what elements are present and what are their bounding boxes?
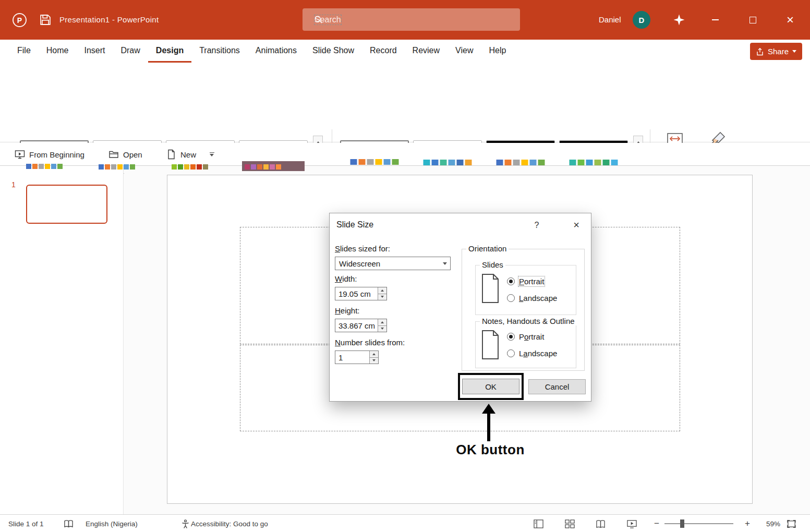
color-swatch: [424, 160, 430, 165]
ok-button[interactable]: OK: [462, 379, 519, 394]
zoom-in-button[interactable]: +: [741, 517, 754, 530]
account-name[interactable]: Daniel: [599, 15, 621, 24]
width-increment-button[interactable]: [378, 287, 386, 294]
number-increment-button[interactable]: [370, 351, 378, 357]
quick-access-overflow-button[interactable]: [210, 143, 214, 166]
color-swatch: [497, 160, 503, 165]
slide-thumbnail[interactable]: [26, 185, 107, 224]
normal-view-button[interactable]: [531, 517, 545, 530]
color-swatch: [578, 160, 585, 165]
height-decrement-button[interactable]: [378, 325, 386, 332]
reading-view-button[interactable]: [594, 517, 607, 530]
slides-portrait-label[interactable]: Portrait: [519, 277, 544, 286]
menu-tab-record[interactable]: Record: [362, 40, 405, 63]
width-decrement-button[interactable]: [378, 294, 386, 300]
slide-counter[interactable]: Slide 1 of 1: [8, 515, 44, 532]
slides-portrait-radio[interactable]: [507, 277, 515, 285]
language-indicator[interactable]: English (Nigeria): [86, 515, 138, 532]
new-label: New: [180, 150, 196, 159]
menu-tab-home[interactable]: Home: [39, 40, 77, 63]
theme-color-swatches: [99, 164, 135, 170]
notes-portrait-label[interactable]: Portrait: [519, 332, 544, 341]
color-swatch: [392, 159, 399, 165]
color-swatch: [245, 164, 250, 170]
color-swatch: [57, 164, 63, 169]
close-icon: ×: [787, 13, 794, 27]
height-increment-button[interactable]: [378, 319, 386, 325]
slides-sized-for-value: Widescreen: [335, 259, 440, 268]
maximize-button[interactable]: [740, 0, 765, 40]
menu-tab-review[interactable]: Review: [405, 40, 448, 63]
menu-tab-design[interactable]: Design: [148, 40, 191, 63]
zoom-slider-track[interactable]: [664, 523, 733, 524]
menu-tab-insert[interactable]: Insert: [76, 40, 113, 63]
dialog-help-button[interactable]: ?: [530, 219, 543, 232]
number-slides-from-input[interactable]: 1: [335, 350, 379, 364]
menu-tab-draw[interactable]: Draw: [113, 40, 148, 63]
width-label: Width:: [335, 274, 357, 283]
notes-portrait-radio[interactable]: [507, 333, 515, 341]
zoom-level[interactable]: 59%: [757, 515, 780, 532]
color-swatch: [457, 160, 464, 165]
color-swatch: [522, 160, 528, 165]
search-input[interactable]: Search: [303, 8, 520, 31]
color-swatch: [32, 164, 38, 169]
color-swatch: [595, 160, 601, 165]
proofing-icon[interactable]: [62, 517, 75, 530]
slides-landscape-label[interactable]: Landscape: [519, 294, 557, 303]
from-beginning-label: From Beginning: [29, 150, 84, 159]
notes-orientation-group: Notes, Handouts & Outline Portrait Lands…: [475, 321, 576, 368]
dropdown-arrow-icon[interactable]: [440, 257, 450, 270]
orientation-group: Orientation Slides Portrait Landscape No…: [462, 249, 585, 371]
number-decrement-button[interactable]: [370, 357, 378, 364]
status-bar: Slide 1 of 1 English (Nigeria) Accessibi…: [0, 514, 810, 532]
height-input[interactable]: 33.867 cm: [335, 319, 387, 332]
slides-landscape-radio[interactable]: [507, 294, 515, 302]
share-icon: [756, 47, 764, 56]
new-button[interactable]: New: [166, 143, 196, 166]
slides-sized-for-dropdown[interactable]: Widescreen: [335, 257, 451, 270]
variant-color-swatches: [497, 160, 545, 165]
menu-tab-transitions[interactable]: Transitions: [191, 40, 248, 63]
dialog-close-button[interactable]: ×: [566, 217, 587, 232]
accessibility-icon[interactable]: [178, 517, 192, 530]
designer-sparkle-icon[interactable]: [673, 14, 685, 26]
color-swatch: [586, 160, 593, 165]
save-icon[interactable]: [40, 14, 51, 26]
minimize-button[interactable]: [703, 0, 728, 40]
avatar[interactable]: D: [633, 11, 650, 29]
zoom-slider-handle[interactable]: [680, 519, 684, 528]
slides-group-label: Slides: [480, 260, 505, 269]
menu-tab-view[interactable]: View: [448, 40, 481, 63]
menu-tab-help[interactable]: Help: [481, 40, 514, 63]
powerpoint-logo-icon: P: [13, 13, 27, 27]
notes-landscape-label[interactable]: Landscape: [519, 349, 557, 358]
portrait-page-icon: [482, 274, 499, 305]
menu-tab-list: FileHomeInsertDrawDesignTransitionsAnima…: [9, 40, 514, 63]
minimize-icon: [712, 19, 719, 20]
dialog-title: Slide Size: [336, 220, 373, 229]
close-icon: ×: [573, 219, 579, 231]
color-swatch: [270, 164, 275, 170]
menu-tab-slide-show[interactable]: Slide Show: [305, 40, 362, 63]
menu-tab-animations[interactable]: Animations: [248, 40, 305, 63]
menu-tab-file[interactable]: File: [9, 40, 39, 63]
color-swatch: [350, 159, 357, 165]
color-swatch: [513, 160, 520, 165]
width-input[interactable]: 19.05 cm: [335, 287, 387, 300]
color-swatch: [530, 160, 537, 165]
zoom-out-button[interactable]: −: [650, 517, 663, 530]
close-button[interactable]: ×: [778, 0, 803, 40]
share-button[interactable]: Share: [750, 43, 802, 60]
color-swatch: [432, 160, 439, 165]
from-beginning-button[interactable]: From Beginning: [15, 143, 84, 166]
slide-sorter-view-button[interactable]: [563, 517, 576, 530]
slide-show-view-button[interactable]: [625, 517, 638, 530]
cancel-button[interactable]: Cancel: [528, 379, 586, 394]
fit-slide-to-window-button[interactable]: [784, 517, 798, 530]
notes-landscape-radio[interactable]: [507, 349, 515, 357]
toolbar-options-icon: [210, 152, 214, 156]
open-button[interactable]: Open: [108, 143, 142, 166]
accessibility-status[interactable]: Accessibility: Good to go: [191, 515, 268, 532]
quick-access-toolbar: From Beginning Open New: [0, 143, 810, 166]
